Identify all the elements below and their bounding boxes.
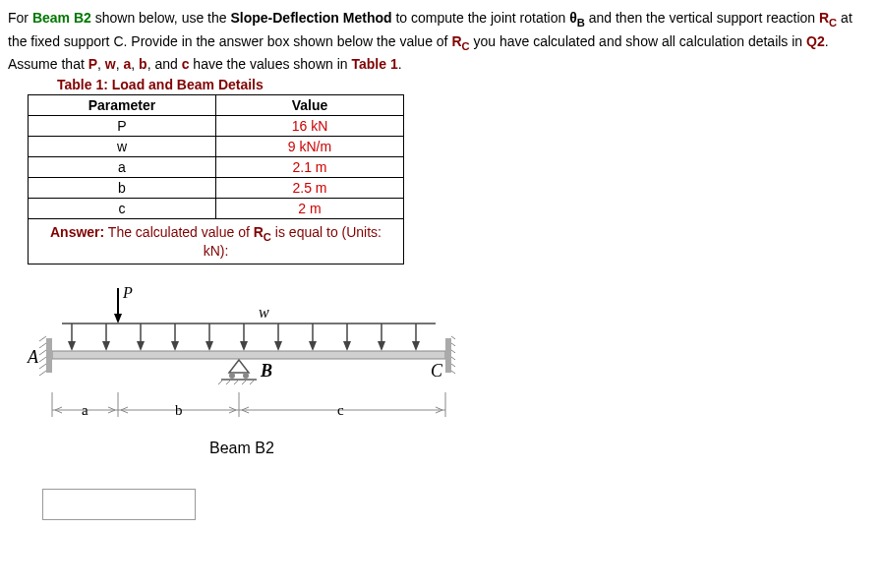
- rc-symbol: RC: [819, 10, 837, 26]
- load-w-label: w: [259, 304, 269, 321]
- load-p-label: P: [122, 284, 133, 301]
- param-cell: P: [29, 116, 216, 137]
- svg-line-25: [39, 336, 46, 341]
- support-c-fixed: [445, 338, 451, 373]
- svg-marker-18: [309, 341, 317, 351]
- rc-symbol: RC: [254, 224, 271, 240]
- svg-line-27: [39, 350, 46, 355]
- node-a-label: A: [27, 347, 39, 367]
- svg-point-33: [243, 373, 249, 379]
- beam-diagram: P w A: [23, 284, 873, 464]
- table-row: c 2 m: [29, 199, 404, 219]
- text: have the values shown in: [189, 56, 351, 72]
- dim-a-label: a: [82, 402, 88, 418]
- dim-b-label: b: [175, 402, 183, 418]
- rc-symbol: RC: [451, 33, 469, 49]
- header-value: Value: [216, 95, 404, 116]
- beam-name: Beam B2: [32, 10, 91, 26]
- param-b: b: [139, 56, 147, 72]
- svg-marker-14: [240, 341, 248, 351]
- svg-line-43: [451, 357, 455, 362]
- svg-line-44: [451, 364, 455, 369]
- svg-line-42: [451, 350, 455, 355]
- value-cell: 16 kN: [216, 116, 404, 137]
- param-cell: b: [29, 178, 216, 199]
- text: ,: [97, 56, 105, 72]
- svg-line-26: [39, 343, 46, 348]
- text: you have calculated and show all calcula…: [470, 33, 806, 49]
- dim-c-label: c: [337, 402, 344, 418]
- distributed-load-arrows: [68, 323, 420, 351]
- svg-marker-10: [171, 341, 179, 351]
- problem-statement: For Beam B2 shown below, use the Slope-D…: [8, 8, 873, 75]
- text: and then the vertical support reaction: [585, 10, 819, 26]
- value-cell: 2.5 m: [216, 178, 404, 199]
- table-row: b 2.5 m: [29, 178, 404, 199]
- table-ref: Table 1: [351, 56, 397, 72]
- svg-line-40: [451, 336, 455, 341]
- param-w: w: [105, 56, 116, 72]
- svg-marker-24: [412, 341, 420, 351]
- answer-text: The calculated value of: [104, 224, 254, 240]
- text: to compute the joint rotation: [392, 10, 570, 26]
- text: shown below, use the: [91, 10, 231, 26]
- table-row: w 9 kN/m: [29, 137, 404, 157]
- param-cell: c: [29, 199, 216, 219]
- table-row: P 16 kN: [29, 116, 404, 137]
- value-cell: 9 kN/m: [216, 137, 404, 157]
- table-title: Table 1: Load and Beam Details: [57, 77, 873, 92]
- answer-row: Answer: The calculated value of RC is eq…: [29, 219, 404, 265]
- svg-marker-12: [206, 341, 213, 351]
- q2: Q2: [806, 33, 825, 49]
- header-parameter: Parameter: [29, 95, 216, 116]
- diagram-caption: Beam B2: [209, 440, 274, 456]
- param-cell: w: [29, 137, 216, 157]
- node-c-label: C: [431, 361, 443, 381]
- support-a-fixed: [46, 338, 52, 373]
- svg-marker-16: [274, 341, 282, 351]
- svg-line-30: [39, 371, 46, 376]
- text: For: [8, 10, 32, 26]
- svg-marker-8: [137, 341, 145, 351]
- text: ,: [116, 56, 124, 72]
- value-cell: 2 m: [216, 199, 404, 219]
- param-cell: a: [29, 157, 216, 178]
- parameter-table: Parameter Value P 16 kN w 9 kN/m a 2.1 m…: [28, 94, 404, 265]
- support-b-roller: [218, 360, 257, 384]
- text: .: [398, 56, 402, 72]
- svg-marker-31: [229, 360, 249, 373]
- table-row: a 2.1 m: [29, 157, 404, 178]
- theta-b: θB: [569, 10, 585, 26]
- svg-marker-22: [378, 341, 385, 351]
- answer-label: Answer:: [50, 224, 104, 240]
- svg-line-35: [218, 380, 223, 384]
- param-p: P: [88, 56, 97, 72]
- svg-line-41: [451, 343, 455, 348]
- svg-line-29: [39, 364, 46, 369]
- svg-line-45: [451, 371, 455, 376]
- value-cell: 2.1 m: [216, 157, 404, 178]
- answer-input[interactable]: [42, 489, 196, 520]
- svg-marker-4: [68, 341, 76, 351]
- svg-marker-1: [114, 314, 122, 323]
- method-name: Slope-Deflection Method: [230, 10, 391, 26]
- svg-marker-6: [102, 341, 110, 351]
- node-b-label: B: [260, 361, 272, 381]
- text: ,: [131, 56, 139, 72]
- svg-line-28: [39, 357, 46, 362]
- beam-member: [52, 351, 445, 359]
- text: , and: [147, 56, 182, 72]
- svg-point-32: [229, 373, 235, 379]
- svg-marker-20: [343, 341, 351, 351]
